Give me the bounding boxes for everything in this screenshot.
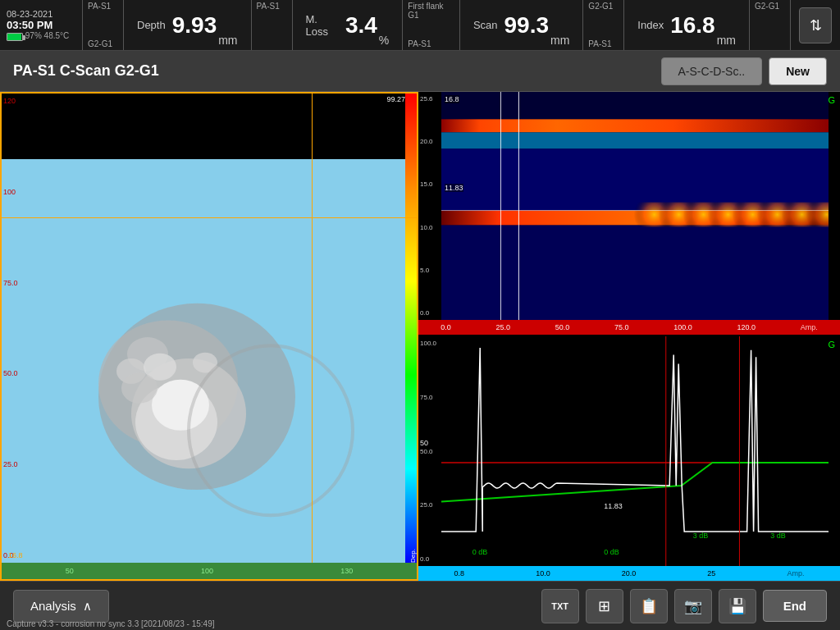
cscan-panel: 99.27 0.0 25.0 50.0 75.0 100 120 <box>0 92 418 581</box>
ascan-x-axis: 0.8 10.0 20.0 25 Amp. <box>418 566 840 581</box>
top-status-bar: 08-23-2021 03:50 PM 97% 48.5°C PA-S1 G2-… <box>0 0 840 51</box>
seg5-header: G2-G1 <box>749 0 790 50</box>
right-panel: TCG 0.0 5.0 10.0 15.0 20.0 25.6 16.8 11.… <box>418 92 840 581</box>
cscan-vertical-crosshair <box>312 94 313 563</box>
camera-icon: 📷 <box>684 597 702 615</box>
txt-icon: TXT <box>551 601 568 611</box>
page-title: PA-S1 C-Scan G2-G1 <box>13 62 655 80</box>
cscan-visualization <box>25 159 409 563</box>
analysis-chevron: ∧ <box>83 599 92 614</box>
ascan-visual <box>441 336 829 566</box>
seg2-header: PA-S1 <box>251 0 292 50</box>
cscan-horizontal-crosshair <box>2 217 417 218</box>
cscan-x-axis: 50 100 130 <box>2 563 417 579</box>
camera-button[interactable]: 📷 <box>674 589 712 623</box>
seg1-header: PA-S1 G2-G1 <box>82 0 123 50</box>
swap-views-button[interactable]: ⇅ <box>799 7 832 43</box>
analysis-button[interactable]: Analysis ∧ <box>13 590 109 623</box>
tab-new-button[interactable]: New <box>769 57 827 85</box>
seg4-header: G2-G1 PA-S1 <box>582 0 623 50</box>
bscan-top-x-axis: 0.0 25.0 50.0 75.0 100.0 120.0 Amp. <box>418 320 840 335</box>
bscan-top-vline <box>500 92 501 320</box>
battery-display: 97% 48.5°C <box>7 31 75 40</box>
cscan-black-region <box>2 94 417 159</box>
scan-segment: Scan 99.3 mm <box>459 0 582 50</box>
depth-segment: Depth 9.93 mm <box>123 0 251 50</box>
swap-button-container: ⇅ <box>790 0 840 50</box>
main-content: 99.27 0.0 25.0 50.0 75.0 100 120 <box>0 92 840 581</box>
capture-info: Capture v3.3 - corrosion no sync 3.3 [20… <box>7 619 215 628</box>
bscan-top-val1: 16.8 <box>445 95 459 103</box>
clipboard-icon: 📋 <box>640 597 658 615</box>
dep-label: Dep. <box>409 549 417 563</box>
scale-top-label: 99.27 <box>386 95 405 103</box>
ascan-hline-label: 50 <box>420 439 428 447</box>
grid-icon: ⊞ <box>598 597 610 615</box>
end-button[interactable]: End <box>763 590 827 622</box>
bottom-toolbar: Analysis ∧ TXT ⊞ 📋 📷 💾 End Capture v3.3 … <box>0 581 840 630</box>
datetime-display: 08-23-2021 03:50 PM 97% 48.5°C <box>0 0 82 50</box>
cursor-y-label: 16.8 <box>8 551 23 559</box>
index-segment: Index 16.8 mm <box>623 0 749 50</box>
title-bar: PA-S1 C-Scan G2-G1 A-S-C-D-Sc.. New <box>0 51 840 92</box>
bscan-top-visual <box>441 92 829 320</box>
toolbar-actions: TXT ⊞ 📋 📷 💾 End <box>541 589 827 623</box>
bscan-top-panel: TCG 0.0 5.0 10.0 15.0 20.0 25.6 16.8 11.… <box>418 92 840 336</box>
clipboard-button[interactable]: 📋 <box>630 589 668 623</box>
save-icon: 💾 <box>728 597 746 615</box>
svg-point-8 <box>121 372 158 403</box>
analysis-label: Analysis <box>30 599 76 613</box>
txt-button[interactable]: TXT <box>541 589 579 623</box>
cscan-y-axis: 0.0 25.0 50.0 75.0 100 120 <box>2 94 25 563</box>
save-button[interactable]: 💾 <box>719 589 756 623</box>
grid-button[interactable]: ⊞ <box>586 589 623 623</box>
date-display: 08-23-2021 <box>7 9 75 19</box>
ascan-panel: TCG 0.0 25.0 50.0 75.0 100.0 50 0.8 10.0… <box>418 336 840 581</box>
bscan-top-val2: 11.83 <box>445 184 463 192</box>
seg3-header: First flank G1 PA-S1 <box>402 0 459 50</box>
bscan-top-y-axis: 0.0 5.0 10.0 15.0 20.0 25.6 <box>418 92 441 320</box>
ascan-y-axis: 0.0 25.0 50.0 75.0 100.0 <box>418 336 441 566</box>
tab-ascd-button[interactable]: A-S-C-D-Sc.. <box>661 57 763 85</box>
time-display: 03:50 PM <box>7 19 75 31</box>
mloss-segment: M. Loss 3.4 % <box>292 0 403 50</box>
